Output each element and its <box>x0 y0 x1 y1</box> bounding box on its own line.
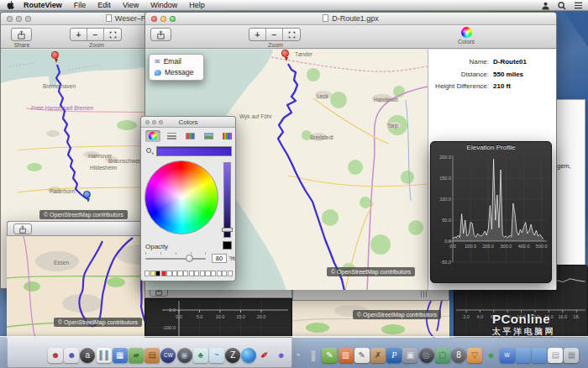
close-icon[interactable] <box>151 16 157 22</box>
dock-icon-notepad[interactable]: ✎ <box>354 348 370 363</box>
apple-menu[interactable] <box>0 1 18 9</box>
dock-icon-desk-photo[interactable]: ▣ <box>402 348 417 363</box>
minimize-icon[interactable] <box>16 16 22 22</box>
dock-icon-map-green[interactable]: ▰ <box>129 348 144 363</box>
opacity-slider[interactable] <box>145 258 206 260</box>
menu-item-routeview[interactable]: RouteView <box>18 0 68 11</box>
dock-icon-folder-1[interactable] <box>516 348 531 363</box>
main-titlebar[interactable]: D-Route1.gpx <box>145 13 556 25</box>
dock-icon-green-orb[interactable]: ● <box>483 348 498 363</box>
menu-item-window[interactable]: Window <box>144 0 183 11</box>
dock-icon-feather[interactable]: ✒ <box>258 348 273 363</box>
dock-icon-qr-code[interactable]: ▦ <box>113 348 128 363</box>
background-map-window[interactable]: © OpenStreetMap contributors <box>292 287 449 338</box>
dock-icon-purple-globe[interactable]: ● <box>274 348 289 363</box>
colors-panel-titlebar[interactable]: Colors <box>141 117 235 128</box>
share-menu-item-message[interactable]: Message <box>150 67 203 78</box>
share-button[interactable] <box>11 28 32 41</box>
zoom-in-button[interactable]: + <box>71 29 87 40</box>
magnifier-icon[interactable] <box>146 148 151 153</box>
color-swatch-0[interactable] <box>144 271 150 276</box>
zoom-in-button[interactable]: + <box>249 29 266 40</box>
menu-item-view[interactable]: View <box>117 0 144 11</box>
dock-icon-flag-w[interactable]: W <box>500 348 515 363</box>
dock-icon-letter-z[interactable]: Z <box>225 348 240 363</box>
dock-icon-eight-ball[interactable]: 8 <box>451 348 466 363</box>
elevation-profile-panel[interactable]: Elevation Profile 0.0100.0200.0300.0400.… <box>430 141 552 283</box>
fullscreen-button[interactable] <box>283 29 300 40</box>
color-swatch-9[interactable] <box>194 271 199 276</box>
dock-icon-trash[interactable]: ▦ <box>564 348 579 363</box>
dock-icon-stopwatch[interactable]: ◔ <box>290 348 305 363</box>
route-end-pin-icon[interactable] <box>83 191 91 198</box>
route-start-pin-icon[interactable] <box>51 51 59 59</box>
user-icon[interactable] <box>542 2 549 10</box>
dock-icon-old-map[interactable]: ✗ <box>370 348 386 363</box>
dock-icon-document[interactable]: ▤ <box>548 348 563 363</box>
background-chart-window[interactable]: 0.05.010.015.020.00.0-100.0 <box>144 283 292 338</box>
route-start-pin-icon[interactable] <box>281 50 289 57</box>
color-swatch-14[interactable] <box>222 271 227 276</box>
color-swatch-5[interactable] <box>172 271 177 276</box>
colors-toolbar-button[interactable]: Colors <box>451 26 481 41</box>
dock-icon-cw-badge[interactable]: CW <box>160 348 176 363</box>
weser-traffic-lights[interactable] <box>7 16 31 22</box>
spotlight-icon[interactable] <box>558 2 566 10</box>
zoom-out-button[interactable]: − <box>87 29 104 40</box>
dock-icon-lens[interactable]: ◎ <box>419 348 434 363</box>
dock-icon-folder-2[interactable] <box>532 348 547 363</box>
share-button[interactable] <box>13 223 32 234</box>
opacity-value-field[interactable]: 80 <box>212 254 227 263</box>
black-color-well[interactable] <box>223 241 232 250</box>
dock-icon-letter-p[interactable]: P <box>386 348 402 363</box>
menu-item-edit[interactable]: Edit <box>92 0 117 11</box>
dock-icon-green-app[interactable]: ▢ <box>435 348 450 363</box>
dock-icon-photo-globe[interactable]: ◉ <box>177 348 192 363</box>
brightness-slider[interactable] <box>223 162 231 238</box>
dock-icon-microphone[interactable]: ❚ <box>306 348 321 363</box>
dock-icon-user-blue[interactable]: ☻ <box>64 348 79 363</box>
share-menu-item-email[interactable]: ✉Email <box>150 56 203 67</box>
dock-icon-bird[interactable]: ~ <box>209 348 224 363</box>
color-swatch-4[interactable] <box>166 271 171 276</box>
close-icon[interactable] <box>7 16 13 22</box>
fullscreen-button[interactable] <box>104 29 121 40</box>
dock-icon-barcode[interactable]: ║║ <box>97 348 112 363</box>
color-swatch-7[interactable] <box>183 271 188 276</box>
colors-panel[interactable]: Colors Opacity 80 % <box>140 116 236 281</box>
color-swatch-2[interactable] <box>155 271 160 276</box>
menu-item-file[interactable]: File <box>68 0 92 11</box>
color-swatch-1[interactable] <box>150 271 155 276</box>
dock-icon-user-red[interactable]: ☻ <box>48 348 63 363</box>
image-palette-tab[interactable] <box>201 130 216 142</box>
color-palette-tab[interactable] <box>182 130 197 142</box>
color-swatch-3[interactable] <box>161 271 166 276</box>
color-swatch-8[interactable] <box>189 271 194 276</box>
background-map[interactable]: © OpenStreetMap contributors <box>292 301 449 338</box>
color-wheel-tab[interactable] <box>145 130 160 142</box>
resize-grip[interactable] <box>421 291 427 297</box>
dock-icon-book-orange[interactable]: ▥ <box>339 348 354 363</box>
zoom-icon[interactable] <box>170 16 176 22</box>
zoom-icon[interactable] <box>159 120 163 124</box>
zoom-segmented-control[interactable]: + − <box>249 28 301 41</box>
colors-panel-traffic-lights[interactable] <box>145 120 163 124</box>
notification-center-icon[interactable] <box>575 2 583 9</box>
color-swatch-15[interactable] <box>228 271 233 276</box>
main-traffic-lights[interactable] <box>151 16 176 22</box>
close-icon[interactable] <box>145 120 150 124</box>
zoom-icon[interactable] <box>25 16 31 22</box>
share-popover[interactable]: ✉Email Message <box>149 54 204 81</box>
color-wheel[interactable] <box>144 160 218 234</box>
opacity-slider-thumb[interactable] <box>186 255 193 262</box>
zoom-out-button[interactable]: − <box>266 29 283 40</box>
dock-icon-tree[interactable]: ♣ <box>193 348 208 363</box>
dock-icon-shelf[interactable]: ▤ <box>144 348 160 363</box>
minimize-icon[interactable] <box>160 16 166 22</box>
menu-item-help[interactable]: Help <box>183 0 211 11</box>
dock-icon-notes-green[interactable]: ✎ <box>322 348 337 363</box>
minimize-icon[interactable] <box>152 120 156 124</box>
brightness-slider-thumb[interactable] <box>222 228 233 232</box>
color-swatch-6[interactable] <box>177 271 182 276</box>
share-button[interactable] <box>150 28 171 41</box>
